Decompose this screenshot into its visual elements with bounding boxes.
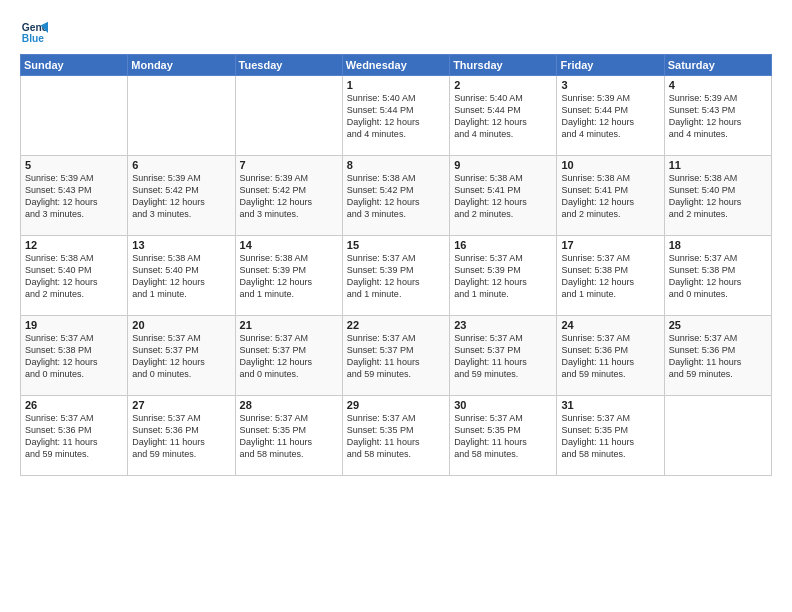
calendar-cell: 25Sunrise: 5:37 AM Sunset: 5:36 PM Dayli… (664, 316, 771, 396)
day-info: Sunrise: 5:38 AM Sunset: 5:41 PM Dayligh… (454, 172, 552, 221)
calendar-cell: 21Sunrise: 5:37 AM Sunset: 5:37 PM Dayli… (235, 316, 342, 396)
day-number: 1 (347, 79, 445, 91)
day-number: 15 (347, 239, 445, 251)
day-number: 3 (561, 79, 659, 91)
day-number: 31 (561, 399, 659, 411)
calendar-cell: 8Sunrise: 5:38 AM Sunset: 5:42 PM Daylig… (342, 156, 449, 236)
calendar-cell: 19Sunrise: 5:37 AM Sunset: 5:38 PM Dayli… (21, 316, 128, 396)
day-info: Sunrise: 5:37 AM Sunset: 5:37 PM Dayligh… (454, 332, 552, 381)
day-number: 25 (669, 319, 767, 331)
day-info: Sunrise: 5:38 AM Sunset: 5:40 PM Dayligh… (669, 172, 767, 221)
day-info: Sunrise: 5:37 AM Sunset: 5:38 PM Dayligh… (669, 252, 767, 301)
day-info: Sunrise: 5:38 AM Sunset: 5:39 PM Dayligh… (240, 252, 338, 301)
calendar-cell: 9Sunrise: 5:38 AM Sunset: 5:41 PM Daylig… (450, 156, 557, 236)
day-info: Sunrise: 5:38 AM Sunset: 5:41 PM Dayligh… (561, 172, 659, 221)
calendar-cell: 4Sunrise: 5:39 AM Sunset: 5:43 PM Daylig… (664, 76, 771, 156)
day-info: Sunrise: 5:38 AM Sunset: 5:40 PM Dayligh… (132, 252, 230, 301)
weekday-header: Monday (128, 55, 235, 76)
calendar-week-row: 1Sunrise: 5:40 AM Sunset: 5:44 PM Daylig… (21, 76, 772, 156)
calendar-cell (664, 396, 771, 476)
calendar-cell: 10Sunrise: 5:38 AM Sunset: 5:41 PM Dayli… (557, 156, 664, 236)
calendar-cell: 29Sunrise: 5:37 AM Sunset: 5:35 PM Dayli… (342, 396, 449, 476)
day-info: Sunrise: 5:37 AM Sunset: 5:38 PM Dayligh… (561, 252, 659, 301)
day-info: Sunrise: 5:37 AM Sunset: 5:35 PM Dayligh… (240, 412, 338, 461)
weekday-header: Friday (557, 55, 664, 76)
day-number: 6 (132, 159, 230, 171)
svg-text:Blue: Blue (22, 33, 45, 44)
day-number: 30 (454, 399, 552, 411)
calendar-cell: 13Sunrise: 5:38 AM Sunset: 5:40 PM Dayli… (128, 236, 235, 316)
calendar-cell: 3Sunrise: 5:39 AM Sunset: 5:44 PM Daylig… (557, 76, 664, 156)
calendar-week-row: 5Sunrise: 5:39 AM Sunset: 5:43 PM Daylig… (21, 156, 772, 236)
calendar-cell: 17Sunrise: 5:37 AM Sunset: 5:38 PM Dayli… (557, 236, 664, 316)
weekday-header: Wednesday (342, 55, 449, 76)
calendar-cell: 2Sunrise: 5:40 AM Sunset: 5:44 PM Daylig… (450, 76, 557, 156)
calendar-header-row: SundayMondayTuesdayWednesdayThursdayFrid… (21, 55, 772, 76)
day-info: Sunrise: 5:37 AM Sunset: 5:37 PM Dayligh… (240, 332, 338, 381)
day-number: 24 (561, 319, 659, 331)
calendar-cell: 22Sunrise: 5:37 AM Sunset: 5:37 PM Dayli… (342, 316, 449, 396)
calendar-cell: 12Sunrise: 5:38 AM Sunset: 5:40 PM Dayli… (21, 236, 128, 316)
weekday-header: Thursday (450, 55, 557, 76)
day-info: Sunrise: 5:39 AM Sunset: 5:42 PM Dayligh… (132, 172, 230, 221)
day-number: 8 (347, 159, 445, 171)
day-info: Sunrise: 5:37 AM Sunset: 5:37 PM Dayligh… (132, 332, 230, 381)
calendar-cell (128, 76, 235, 156)
day-info: Sunrise: 5:37 AM Sunset: 5:35 PM Dayligh… (347, 412, 445, 461)
day-number: 27 (132, 399, 230, 411)
calendar-cell (235, 76, 342, 156)
calendar-cell: 23Sunrise: 5:37 AM Sunset: 5:37 PM Dayli… (450, 316, 557, 396)
day-info: Sunrise: 5:40 AM Sunset: 5:44 PM Dayligh… (347, 92, 445, 141)
day-number: 9 (454, 159, 552, 171)
day-info: Sunrise: 5:37 AM Sunset: 5:36 PM Dayligh… (669, 332, 767, 381)
calendar-cell: 20Sunrise: 5:37 AM Sunset: 5:37 PM Dayli… (128, 316, 235, 396)
weekday-header: Tuesday (235, 55, 342, 76)
day-number: 11 (669, 159, 767, 171)
calendar-week-row: 26Sunrise: 5:37 AM Sunset: 5:36 PM Dayli… (21, 396, 772, 476)
day-info: Sunrise: 5:37 AM Sunset: 5:39 PM Dayligh… (454, 252, 552, 301)
day-number: 29 (347, 399, 445, 411)
day-info: Sunrise: 5:37 AM Sunset: 5:35 PM Dayligh… (454, 412, 552, 461)
day-number: 21 (240, 319, 338, 331)
day-number: 7 (240, 159, 338, 171)
calendar-cell: 24Sunrise: 5:37 AM Sunset: 5:36 PM Dayli… (557, 316, 664, 396)
calendar: SundayMondayTuesdayWednesdayThursdayFrid… (20, 54, 772, 476)
day-info: Sunrise: 5:39 AM Sunset: 5:43 PM Dayligh… (669, 92, 767, 141)
day-info: Sunrise: 5:37 AM Sunset: 5:36 PM Dayligh… (25, 412, 123, 461)
day-number: 22 (347, 319, 445, 331)
day-info: Sunrise: 5:39 AM Sunset: 5:44 PM Dayligh… (561, 92, 659, 141)
day-info: Sunrise: 5:37 AM Sunset: 5:39 PM Dayligh… (347, 252, 445, 301)
day-number: 17 (561, 239, 659, 251)
calendar-cell: 26Sunrise: 5:37 AM Sunset: 5:36 PM Dayli… (21, 396, 128, 476)
day-number: 18 (669, 239, 767, 251)
calendar-cell: 31Sunrise: 5:37 AM Sunset: 5:35 PM Dayli… (557, 396, 664, 476)
day-info: Sunrise: 5:37 AM Sunset: 5:38 PM Dayligh… (25, 332, 123, 381)
logo: General Blue (20, 18, 52, 46)
day-number: 14 (240, 239, 338, 251)
calendar-cell: 11Sunrise: 5:38 AM Sunset: 5:40 PM Dayli… (664, 156, 771, 236)
day-info: Sunrise: 5:37 AM Sunset: 5:36 PM Dayligh… (132, 412, 230, 461)
day-number: 16 (454, 239, 552, 251)
day-info: Sunrise: 5:39 AM Sunset: 5:42 PM Dayligh… (240, 172, 338, 221)
day-number: 13 (132, 239, 230, 251)
day-info: Sunrise: 5:38 AM Sunset: 5:42 PM Dayligh… (347, 172, 445, 221)
calendar-week-row: 12Sunrise: 5:38 AM Sunset: 5:40 PM Dayli… (21, 236, 772, 316)
calendar-cell: 5Sunrise: 5:39 AM Sunset: 5:43 PM Daylig… (21, 156, 128, 236)
day-number: 5 (25, 159, 123, 171)
day-number: 10 (561, 159, 659, 171)
calendar-cell: 6Sunrise: 5:39 AM Sunset: 5:42 PM Daylig… (128, 156, 235, 236)
calendar-cell: 30Sunrise: 5:37 AM Sunset: 5:35 PM Dayli… (450, 396, 557, 476)
calendar-cell: 7Sunrise: 5:39 AM Sunset: 5:42 PM Daylig… (235, 156, 342, 236)
day-number: 28 (240, 399, 338, 411)
calendar-cell: 15Sunrise: 5:37 AM Sunset: 5:39 PM Dayli… (342, 236, 449, 316)
day-info: Sunrise: 5:37 AM Sunset: 5:36 PM Dayligh… (561, 332, 659, 381)
day-number: 26 (25, 399, 123, 411)
calendar-cell: 18Sunrise: 5:37 AM Sunset: 5:38 PM Dayli… (664, 236, 771, 316)
day-info: Sunrise: 5:37 AM Sunset: 5:37 PM Dayligh… (347, 332, 445, 381)
day-number: 12 (25, 239, 123, 251)
day-number: 23 (454, 319, 552, 331)
day-info: Sunrise: 5:39 AM Sunset: 5:43 PM Dayligh… (25, 172, 123, 221)
page: General Blue SundayMondayTuesdayWednesda… (0, 0, 792, 612)
calendar-cell: 1Sunrise: 5:40 AM Sunset: 5:44 PM Daylig… (342, 76, 449, 156)
day-number: 2 (454, 79, 552, 91)
